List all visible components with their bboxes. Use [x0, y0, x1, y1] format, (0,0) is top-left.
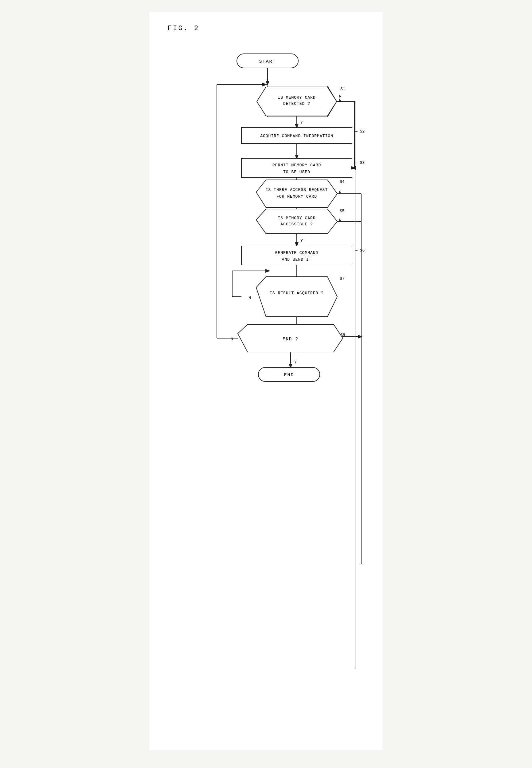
s3-label: — S3: [355, 160, 365, 165]
svg-marker-22: [256, 209, 337, 234]
svg-text:ACCESSIBLE ?: ACCESSIBLE ?: [280, 222, 313, 227]
svg-rect-29: [241, 246, 352, 265]
svg-text:END ?: END ?: [283, 337, 299, 342]
svg-text:TO BE USED: TO BE USED: [283, 170, 310, 174]
s8-n: N: [231, 337, 233, 342]
s7-n: N: [248, 296, 251, 300]
s7-label: S7: [340, 276, 345, 281]
s5-n: N: [339, 218, 342, 223]
s8-y: Y: [294, 360, 297, 365]
svg-text:IS RESULT ACQUIRED ?: IS RESULT ACQUIRED ?: [270, 291, 324, 296]
svg-text:GENERATE COMMAND: GENERATE COMMAND: [275, 251, 319, 255]
svg-text:IS MEMORY CARD: IS MEMORY CARD: [278, 95, 315, 100]
s2-label: — S2: [355, 129, 365, 134]
s5-label: S5: [340, 209, 345, 214]
flowchart-diagram: START IS MEMORY CARD DETECTED ? S1 N Y A…: [162, 41, 377, 718]
figure-title: FIG. 2: [168, 25, 370, 32]
s1-label: S1: [340, 87, 345, 91]
svg-marker-17: [256, 180, 337, 208]
svg-text:FOR MEMORY CARD: FOR MEMORY CARD: [276, 194, 317, 199]
s4-n: N: [339, 190, 342, 195]
s5-y: Y: [300, 239, 303, 243]
start-label: START: [259, 59, 276, 64]
s1-n: N: [339, 98, 342, 103]
svg-marker-36: [256, 277, 337, 317]
page: FIG. 2 START IS MEMORY CARD DETECTED ? S…: [149, 12, 383, 750]
svg-rect-12: [241, 158, 352, 177]
svg-text:IS THERE ACCESS REQUEST: IS THERE ACCESS REQUEST: [266, 187, 328, 192]
s6-label: — S6: [355, 248, 365, 253]
end-label: END: [284, 373, 294, 378]
svg-text:ACQUIRE COMMAND INFORMATION: ACQUIRE COMMAND INFORMATION: [260, 134, 333, 138]
svg-text:IS MEMORY CARD: IS MEMORY CARD: [278, 216, 315, 221]
svg-text:AND SEND IT: AND SEND IT: [282, 257, 312, 262]
svg-text:DETECTED ?: DETECTED ?: [283, 101, 310, 106]
s1-y: Y: [300, 120, 303, 125]
svg-text:PERMIT MEMORY CARD: PERMIT MEMORY CARD: [272, 163, 321, 167]
s4-label: S4: [340, 179, 345, 184]
svg-text:N: N: [339, 94, 342, 99]
